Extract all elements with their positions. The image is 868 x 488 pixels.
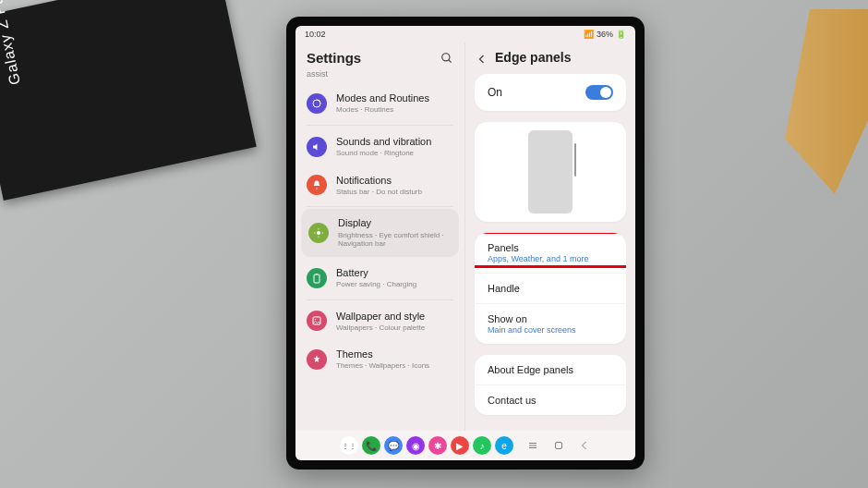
row-subtitle: Main and cover screens [488,325,613,335]
panels-card: PanelsApps, Weather, and 1 moreHandleSho… [475,233,626,344]
content-area: Settings assist Modes and Routines Modes… [295,43,635,431]
item-text: Display Brightness · Eye comfort shield … [338,217,452,248]
toggle-switch[interactable] [585,85,613,100]
row-title: Show on [488,313,613,324]
settings-item-wallpaper[interactable]: Wallpaper and style Wallpapers · Colour … [295,302,464,341]
dock-bixby-icon[interactable]: ◉ [406,436,425,455]
svg-point-3 [316,189,318,190]
battery-icon [307,268,327,288]
screen: 10:02 📶 36% 🔋 Settings assist Modes and … [295,26,635,460]
status-bar: 10:02 📶 36% 🔋 [295,26,635,43]
row-show-on[interactable]: Show onMain and cover screens [475,304,626,344]
item-text: Sounds and vibration Sound mode · Ringto… [336,136,453,158]
row-contact-us[interactable]: Contact us [475,385,626,415]
row-panels[interactable]: PanelsApps, Weather, and 1 more [475,233,626,274]
svg-rect-16 [556,443,562,449]
item-subtitle: Power saving · Charging [336,280,453,289]
svg-line-1 [449,59,452,62]
item-title: Sounds and vibration [336,136,453,148]
item-title: Themes [336,348,453,360]
dock-icons: ⋮⋮📞💬◉✱▶♪e [340,436,513,455]
back-icon[interactable] [476,52,488,63]
settings-item-display[interactable]: Display Brightness · Eye comfort shield … [301,209,459,256]
row-subtitle: Apps, Weather, and 1 more [488,254,613,263]
svg-rect-11 [313,317,320,324]
assist-hint: assist [295,69,464,84]
battery-label: 36% [597,30,613,39]
device-frame: 10:02 📶 36% 🔋 Settings assist Modes and … [286,17,645,470]
dock-chat-icon[interactable]: 💬 [384,436,403,455]
row-handle[interactable]: Handle [475,274,626,304]
battery-icon: 🔋 [616,30,626,39]
svg-rect-10 [316,274,318,274]
item-subtitle: Wallpapers · Colour palette [336,323,453,333]
home-button[interactable] [552,439,565,452]
settings-item-sound[interactable]: Sounds and vibration Sound mode · Ringto… [295,128,464,166]
item-text: Themes Themes · Wallpapers · Icons [336,348,453,371]
dock-bar: ⋮⋮📞💬◉✱▶♪e [295,431,635,460]
detail-title: Edge panels [495,50,571,65]
row-about-edge-panels[interactable]: About Edge panels [475,355,626,385]
dock-health-icon[interactable]: ✱ [428,436,447,455]
settings-item-notif[interactable]: Notifications Status bar · Do not distur… [295,166,464,205]
about-card: About Edge panelsContact us [475,355,626,415]
item-text: Wallpaper and style Wallpapers · Colour … [336,311,453,333]
box-label: Galaxy Z Fold6 [0,0,24,86]
item-title: Modes and Routines [336,92,453,104]
item-title: Battery [336,267,453,279]
svg-point-4 [317,231,320,235]
dock-edge-icon[interactable]: e [495,436,513,455]
back-button[interactable] [578,439,591,452]
display-icon [308,223,329,243]
row-title: Panels [488,242,613,253]
status-time: 10:02 [305,30,326,39]
settings-item-modes[interactable]: Modes and Routines Modes · Routines [295,84,464,123]
item-text: Notifications Status bar · Do not distur… [336,175,453,197]
settings-title: Settings [307,50,433,66]
row-title: Contact us [488,395,613,406]
item-subtitle: Sound mode · Ringtone [336,149,453,158]
dock-apps-icon[interactable]: ⋮⋮ [340,436,358,455]
settings-list: Modes and Routines Modes · Routines Soun… [295,84,464,431]
dock-phone-icon[interactable]: 📞 [362,436,380,455]
modes-icon [307,93,327,114]
svg-rect-9 [314,274,319,283]
item-title: Notifications [336,175,453,187]
detail-header: Edge panels [465,43,635,68]
row-title: Handle [488,283,613,294]
signal-icon: 📶 [584,30,594,39]
recents-button[interactable] [526,439,539,452]
search-icon[interactable] [440,52,453,65]
item-subtitle: Modes · Routines [336,105,453,115]
sound-icon [307,137,327,157]
system-nav [526,439,591,452]
wallpaper-icon [307,311,327,331]
notif-icon [307,175,327,195]
on-toggle-row[interactable]: On [475,74,626,111]
dock-spotify-icon[interactable]: ♪ [473,436,491,455]
detail-pane: Edge panels On PanelsApps, Weather, and … [465,43,635,431]
item-text: Modes and Routines Modes · Routines [336,92,453,115]
toggle-label: On [488,86,502,99]
item-title: Wallpaper and style [336,311,453,323]
row-title: About Edge panels [488,364,613,375]
settings-pane: Settings assist Modes and Routines Modes… [295,43,465,431]
item-subtitle: Status bar · Do not disturb [336,188,453,197]
item-subtitle: Brightness · Eye comfort shield · Naviga… [338,231,452,249]
item-title: Display [338,217,452,229]
preview-card [475,122,626,222]
toggle-card: On [475,74,626,111]
status-right: 📶 36% 🔋 [584,30,626,39]
item-subtitle: Themes · Wallpapers · Icons [336,361,453,371]
settings-item-battery[interactable]: Battery Power saving · Charging [295,259,464,298]
settings-header: Settings [295,43,464,69]
svg-point-12 [315,319,317,321]
settings-item-themes[interactable]: Themes Themes · Wallpapers · Icons [295,340,464,379]
themes-icon [307,349,327,370]
svg-point-0 [442,53,450,60]
phone-preview [528,130,573,214]
item-text: Battery Power saving · Charging [336,267,453,289]
dock-youtube-icon[interactable]: ▶ [451,436,469,455]
